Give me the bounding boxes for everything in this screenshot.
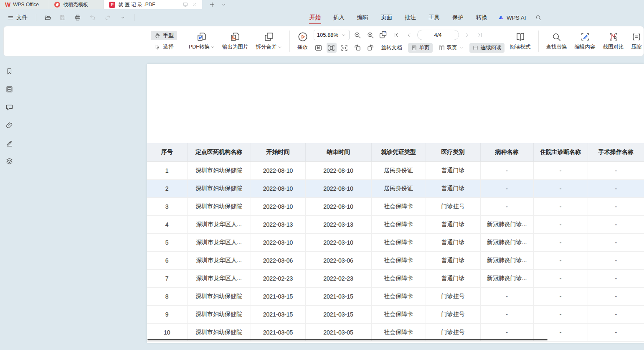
menu-home[interactable]: 开始 — [303, 10, 327, 25]
table-row: 3深圳市妇幼保健院2022-08-102022-08-10社会保障卡门诊挂号--… — [147, 197, 644, 215]
bookmarks-panel-button[interactable] — [4, 66, 14, 76]
screenshot-compare-button[interactable]: 截图对比 — [599, 32, 628, 51]
table-cell: - — [480, 197, 533, 215]
double-page-button[interactable]: 双页 — [436, 43, 467, 53]
table-bottom-scrollbar[interactable] — [147, 339, 548, 340]
redo-button[interactable] — [102, 13, 113, 23]
continuous-reading-icon — [472, 45, 479, 51]
column-header: 手术操作名称 — [588, 143, 644, 161]
last-page-button[interactable] — [475, 30, 485, 40]
tab-pdf-document[interactable]: P 就 医 记 录 .PDF — [104, 0, 202, 9]
first-page-button[interactable] — [391, 30, 401, 40]
table-cell: 社会保障卡 — [371, 251, 426, 269]
wps-ai-button[interactable]: WPS AI — [494, 14, 530, 21]
comments-panel-button[interactable] — [4, 102, 14, 112]
first-page-icon — [393, 32, 400, 38]
table-cell: - — [480, 287, 533, 305]
table-cell: 2021-03-15 — [251, 305, 305, 323]
last-page-icon — [477, 32, 483, 38]
redo-icon — [104, 14, 111, 21]
file-menu-button[interactable]: 文件 — [5, 13, 30, 23]
export-image-icon — [230, 32, 240, 42]
table-cell: 2021-03-15 — [305, 287, 371, 305]
tab-wps-office[interactable]: W WPS Office — [0, 0, 49, 9]
read-mode-label: 阅读模式 — [510, 43, 531, 51]
compress-button[interactable]: 压缩 — [628, 32, 644, 51]
table-cell: 2022-02-23 — [305, 269, 371, 287]
select-tool-label: 选择 — [163, 43, 174, 51]
thumbnails-panel-button[interactable] — [4, 84, 14, 94]
menu-tools[interactable]: 工具 — [422, 10, 446, 25]
read-mode-button[interactable]: 阅读模式 — [506, 32, 535, 51]
single-page-label: 单页 — [419, 44, 430, 51]
previous-page-icon — [406, 32, 413, 38]
chevron-down-icon — [459, 46, 464, 50]
menu-protect[interactable]: 保护 — [446, 10, 470, 25]
fit-width-button[interactable] — [340, 43, 350, 53]
pdf-page[interactable]: 序号定点医药机构名称开始时间结束时间就诊凭证类型医疗类别病种名称住院主诊断名称手… — [147, 64, 644, 343]
zoom-in-button[interactable] — [365, 30, 375, 40]
actual-size-button[interactable] — [314, 43, 324, 53]
layers-panel-button[interactable] — [4, 156, 14, 166]
divider — [36, 14, 36, 21]
zoom-value: 105.88% — [317, 32, 338, 38]
table-row: 9深圳市妇幼保健院2021-03-152021-03-15社会保障卡门诊挂号--… — [147, 305, 644, 323]
close-tab-icon[interactable] — [192, 2, 197, 8]
menu-page[interactable]: 页面 — [375, 10, 398, 25]
table-cell: 社会保障卡 — [371, 233, 426, 251]
menu-row: 文件 开始 插入 编辑 页面 批注 工具 保护 转换 WPS AI — [0, 9, 644, 26]
previous-page-button[interactable] — [404, 30, 414, 40]
undo-button[interactable] — [87, 13, 98, 23]
play-button[interactable]: 播放 — [294, 31, 312, 51]
monitor-icon[interactable] — [183, 2, 188, 8]
quickbar-more-button[interactable] — [117, 13, 128, 23]
select-tool-button[interactable]: 选择 — [151, 42, 177, 51]
open-file-button[interactable] — [42, 13, 53, 23]
attachments-panel-button[interactable] — [4, 120, 14, 130]
tab-list-chevron-icon[interactable] — [221, 3, 226, 7]
fit-page-button[interactable] — [327, 43, 337, 53]
rotate-pages-button[interactable] — [378, 30, 388, 40]
edit-content-button[interactable]: 编辑内容 — [571, 32, 599, 51]
single-page-button[interactable]: 单页 — [408, 43, 433, 53]
export-image-button[interactable]: 输出为图片 — [218, 32, 252, 51]
save-button[interactable] — [57, 13, 68, 23]
menu-search-button[interactable] — [530, 15, 547, 21]
rotate-left-icon — [354, 44, 361, 51]
table-cell: - — [588, 179, 644, 197]
printer-icon — [74, 14, 81, 21]
table-cell: - — [533, 197, 588, 215]
table-cell: 2022-03-10 — [251, 233, 305, 251]
pdf-convert-button[interactable]: PDF转换 — [185, 32, 218, 51]
annotations-panel-button[interactable] — [4, 138, 14, 148]
rotate-right-button[interactable] — [365, 43, 375, 53]
play-label: 播放 — [297, 44, 308, 51]
page-indicator-input[interactable]: 4/4 — [417, 30, 459, 40]
menu-insert[interactable]: 插入 — [327, 10, 351, 25]
table-cell: 普通门诊 — [426, 251, 480, 269]
tab-docer-templates[interactable]: 找稻壳模板 — [49, 0, 104, 9]
continuous-reading-button[interactable]: 连续阅读 — [469, 43, 505, 53]
rotate-document-button[interactable]: 旋转文档 — [378, 43, 405, 53]
zoom-level-dropdown[interactable]: 105.88% — [314, 30, 350, 40]
menu-comment[interactable]: 批注 — [398, 10, 422, 25]
hand-tool-button[interactable]: 手型 — [151, 31, 177, 40]
split-merge-button[interactable]: 拆分合并 — [252, 32, 286, 51]
pdf-convert-label: PDF转换 — [189, 43, 210, 51]
find-replace-button[interactable]: 查找替换 — [543, 32, 571, 51]
table-row: 1深圳市妇幼保健院2022-08-102022-08-10居民身份证普通门诊--… — [147, 161, 644, 179]
table-cell: 2022-03-06 — [305, 251, 371, 269]
table-cell: 门诊挂号 — [426, 197, 480, 215]
new-tab-button[interactable] — [209, 1, 216, 8]
table-cell: - — [533, 269, 588, 287]
print-button[interactable] — [72, 13, 83, 23]
zoom-out-button[interactable] — [352, 30, 363, 40]
column-header: 开始时间 — [251, 143, 305, 161]
rotate-left-button[interactable] — [352, 43, 363, 53]
menu-convert[interactable]: 转换 — [470, 10, 494, 25]
table-cell: 深圳市妇幼保健院 — [187, 179, 251, 197]
menu-edit[interactable]: 编辑 — [351, 10, 375, 25]
next-page-button[interactable] — [462, 30, 472, 40]
fit-width-icon — [340, 44, 348, 52]
table-cell: 2022-03-13 — [305, 215, 371, 233]
